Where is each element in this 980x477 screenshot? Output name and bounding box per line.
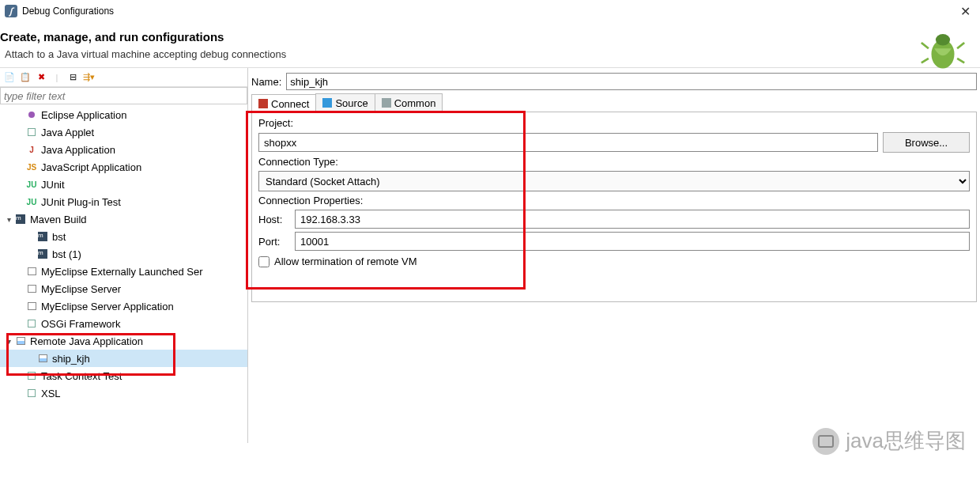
- tree-item-label: ship_kjh: [52, 353, 90, 365]
- tree-item-label: OSGi Framework: [41, 318, 120, 330]
- tree-item-label: XSL: [41, 388, 61, 399]
- app-icon: ʃ: [5, 5, 17, 17]
- tree-item-label: bst: [52, 231, 66, 243]
- config-type-icon: [14, 335, 27, 347]
- tree-item[interactable]: MyEclipse Externally Launched Ser: [0, 263, 247, 280]
- tree-item-label: bst (1): [52, 248, 81, 260]
- tree-item-label: JUnit Plug-in Test: [41, 196, 121, 208]
- tree-item[interactable]: Java Applet: [0, 123, 247, 141]
- config-type-icon: JS: [25, 161, 38, 173]
- project-label: Project:: [258, 117, 970, 129]
- tree-item-label: Java Applet: [41, 127, 94, 138]
- page-title: Create, manage, and run configurations: [0, 30, 977, 44]
- tree-item-label: Maven Build: [30, 214, 87, 225]
- window-title: Debug Configurations: [22, 6, 956, 17]
- connection-type-select[interactable]: Standard (Socket Attach): [258, 171, 970, 191]
- tree-item[interactable]: JJava Application: [0, 141, 247, 158]
- tree-item[interactable]: ▾Remote Java Application: [0, 332, 247, 350]
- config-type-icon: [36, 352, 49, 365]
- tree-item[interactable]: mbst: [0, 228, 247, 245]
- tab-label: Source: [335, 97, 368, 109]
- common-tab-icon: [382, 98, 391, 108]
- sidebar: 📄 📋 ✖ | ⊟ ⇶▾ Eclipse ApplicationJava App…: [0, 68, 248, 443]
- config-type-icon: JU: [25, 178, 38, 191]
- tree-item[interactable]: MyEclipse Server: [0, 280, 247, 297]
- port-input[interactable]: [295, 232, 970, 251]
- svg-line-2: [922, 43, 929, 48]
- config-type-icon: [25, 369, 38, 382]
- tree-item[interactable]: ship_kjh: [0, 350, 247, 367]
- config-type-icon: [25, 387, 38, 399]
- tab-connect[interactable]: Connect: [251, 94, 316, 112]
- config-type-icon: m: [36, 230, 49, 243]
- separator: |: [51, 71, 63, 84]
- allow-termination-label: Allow termination of remote VM: [274, 256, 417, 267]
- tab-common[interactable]: Common: [375, 93, 443, 112]
- tree-item[interactable]: JUJUnit Plug-in Test: [0, 193, 247, 210]
- tree-item[interactable]: XSL: [0, 384, 247, 402]
- tab-source[interactable]: Source: [315, 93, 375, 112]
- host-input[interactable]: [295, 210, 970, 229]
- filter-input[interactable]: [0, 87, 247, 104]
- name-label: Name:: [251, 76, 281, 88]
- config-type-icon: JU: [25, 195, 38, 208]
- tree-item[interactable]: Task Context Test: [0, 367, 247, 384]
- tree-item[interactable]: JSJavaScript Application: [0, 158, 247, 176]
- tree-item-label: Task Context Test: [41, 370, 122, 382]
- tree-item-label: MyEclipse Server Application: [41, 301, 174, 312]
- config-type-icon: [25, 317, 38, 330]
- titlebar: ʃ Debug Configurations ✕: [0, 0, 980, 22]
- config-tree: Eclipse ApplicationJava AppletJJava Appl…: [0, 104, 247, 443]
- connect-tab-panel: Project: Browse... Connection Type: Stan…: [251, 112, 977, 302]
- duplicate-icon[interactable]: 📋: [19, 71, 32, 84]
- config-type-icon: [25, 300, 38, 312]
- tree-item[interactable]: ▾mMaven Build: [0, 210, 247, 228]
- delete-icon[interactable]: ✖: [35, 71, 47, 84]
- tab-label: Common: [394, 97, 436, 109]
- connect-tab-icon: [258, 99, 268, 108]
- connection-properties-label: Connection Properties:: [258, 195, 970, 206]
- config-type-icon: J: [25, 143, 38, 156]
- allow-termination-checkbox[interactable]: [258, 256, 270, 267]
- filter-icon[interactable]: ⇶▾: [82, 71, 95, 84]
- tree-item[interactable]: MyEclipse Server Application: [0, 297, 247, 315]
- page-subtitle: Attach to a Java virtual machine accepti…: [5, 48, 977, 60]
- source-tab-icon: [322, 98, 332, 108]
- bug-icon: [920, 27, 966, 73]
- twisty-icon[interactable]: ▾: [3, 215, 14, 224]
- config-type-icon: [25, 265, 38, 278]
- tabs: ConnectSourceCommon: [251, 93, 977, 112]
- svg-line-4: [922, 59, 929, 62]
- tree-item[interactable]: Eclipse Application: [0, 106, 247, 123]
- tree-item-label: Remote Java Application: [30, 335, 143, 347]
- config-type-icon: m: [14, 213, 27, 225]
- sidebar-toolbar: 📄 📋 ✖ | ⊟ ⇶▾: [0, 68, 247, 87]
- config-type-icon: [25, 126, 38, 138]
- watermark: java思维导图: [812, 427, 966, 455]
- config-type-icon: [25, 282, 38, 295]
- tree-item-label: MyEclipse Server: [41, 283, 121, 295]
- watermark-text: java思维导图: [846, 427, 966, 455]
- close-icon[interactable]: ✕: [956, 4, 975, 19]
- tree-item[interactable]: OSGi Framework: [0, 315, 247, 332]
- browse-button[interactable]: Browse...: [883, 132, 970, 153]
- host-label: Host:: [258, 214, 290, 225]
- svg-line-5: [957, 59, 964, 62]
- config-type-icon: m: [36, 248, 49, 260]
- new-config-icon[interactable]: 📄: [3, 71, 16, 84]
- port-label: Port:: [258, 236, 290, 248]
- tree-item[interactable]: JUJUnit: [0, 176, 247, 193]
- svg-line-3: [957, 43, 964, 48]
- svg-point-1: [936, 34, 950, 46]
- tab-label: Connect: [271, 98, 309, 110]
- twisty-icon[interactable]: ▾: [3, 337, 14, 346]
- project-input[interactable]: [258, 133, 878, 152]
- tree-item[interactable]: mbst (1): [0, 245, 247, 263]
- tree-item-label: Eclipse Application: [41, 109, 126, 121]
- wechat-icon: [812, 428, 839, 455]
- tree-item-label: JavaScript Application: [41, 161, 141, 173]
- tree-item-label: Java Application: [41, 144, 115, 156]
- collapse-icon[interactable]: ⊟: [66, 71, 79, 84]
- name-input[interactable]: [286, 73, 977, 90]
- tree-item-label: JUnit: [41, 179, 65, 191]
